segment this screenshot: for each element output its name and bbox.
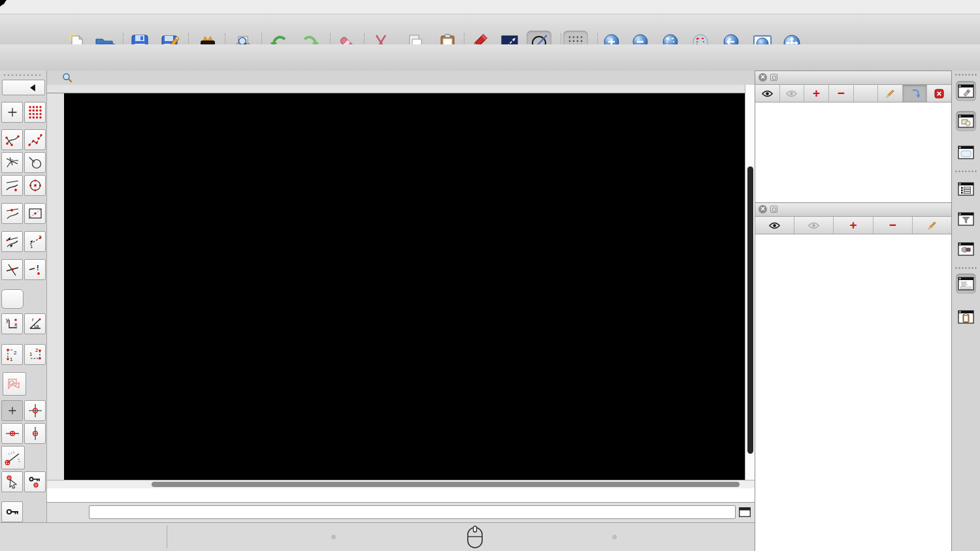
layers-close-icon[interactable]: ✕: [759, 205, 767, 213]
toggle-properties-panel-button[interactable]: [956, 81, 976, 101]
snap-extension-button[interactable]: !: [24, 259, 46, 280]
svg-text:1: 1: [29, 351, 33, 357]
status-dot-right: [612, 535, 617, 539]
palette-drag-handle[interactable]: [3, 73, 43, 77]
snap-auto-button[interactable]: [1, 289, 24, 309]
snap-divide-button[interactable]: [1, 231, 23, 252]
vertical-ruler-marker: [0, 0, 5, 7]
layers-add-button[interactable]: +: [834, 217, 873, 234]
snap-center-button[interactable]: [24, 175, 46, 196]
coord-polar-button[interactable]: ra: [24, 313, 46, 334]
layers-edit-button[interactable]: [913, 217, 951, 234]
toggle-command-panel-button[interactable]: [956, 274, 976, 294]
svg-text:x: x: [14, 321, 18, 328]
snap-to-shape-button[interactable]: [3, 372, 26, 396]
horizontal-scrollbar[interactable]: [47, 480, 755, 488]
layers-list: [755, 234, 951, 551]
menu-bar: [0, 0, 980, 14]
blocks-insert-button[interactable]: [903, 85, 928, 102]
svg-text:2: 2: [14, 350, 17, 356]
cursor-plain-button[interactable]: [1, 400, 23, 421]
layers-dock-icon[interactable]: [770, 206, 777, 213]
layers-show-button[interactable]: [755, 217, 794, 234]
blocks-close-icon[interactable]: ✕: [759, 73, 767, 82]
lock-button[interactable]: [1, 501, 23, 522]
blocks-panel: ✕ + −: [755, 71, 952, 202]
relative-polar-button[interactable]: 12: [24, 344, 46, 365]
vertical-scrollbar[interactable]: [745, 85, 755, 480]
canvas-zoom-icon: [62, 72, 73, 83]
vertical-scrollbar-thumb[interactable]: [747, 166, 753, 454]
track-horizontal-button[interactable]: [1, 423, 23, 444]
snap-endpoint-button[interactable]: [1, 129, 23, 150]
horizontal-ruler[interactable]: [47, 85, 745, 93]
blocks-panel-header: ✕: [755, 71, 951, 85]
lock-point-button[interactable]: [24, 471, 46, 492]
snap-point-button[interactable]: [1, 102, 23, 123]
track-angle-button[interactable]: [1, 446, 25, 469]
snap-sequence-button[interactable]: 12: [24, 231, 46, 252]
keypad-toggle-button[interactable]: [739, 507, 751, 520]
snap-palette: 12 ! yx ra 12 12: [0, 71, 47, 522]
snap-bounding-box-button[interactable]: [24, 203, 46, 224]
toggle-clipboard-panel-button[interactable]: [956, 307, 976, 327]
status-bar: [0, 522, 755, 551]
toggle-list-panel-button[interactable]: [956, 179, 976, 199]
blocks-delete-button[interactable]: [927, 85, 951, 102]
snap-intersection-button[interactable]: [1, 259, 23, 280]
layers-remove-button[interactable]: −: [874, 217, 913, 234]
collapse-left-icon: [29, 84, 37, 91]
strip-drag-handle[interactable]: [955, 73, 978, 76]
toggle-blocks-panel-button[interactable]: [956, 111, 976, 131]
pick-point-button[interactable]: [1, 471, 23, 492]
canvas-title-bar: [47, 71, 755, 85]
layers-panel: ✕ + −: [755, 202, 952, 551]
transform-toolbar: [0, 44, 980, 71]
cursor-crosshair-target-button[interactable]: [24, 400, 46, 421]
command-history-bar: [47, 488, 755, 503]
strip-separator-2: [955, 266, 978, 270]
drawing-canvas[interactable]: [64, 93, 745, 480]
svg-text:y: y: [6, 317, 9, 323]
snap-vertex-button[interactable]: [24, 129, 46, 150]
blocks-hide-button[interactable]: [780, 85, 805, 102]
status-dot-left: [331, 535, 336, 539]
main-toolbar: SVG: [0, 14, 980, 45]
toggle-preview-panel-button[interactable]: [956, 142, 976, 163]
snap-nearest-button[interactable]: [1, 175, 23, 196]
blocks-rename-button[interactable]: [854, 85, 879, 102]
svg-text:a: a: [36, 323, 39, 329]
blocks-panel-toolbar: + −: [755, 85, 951, 102]
horizontal-scrollbar-thumb[interactable]: [152, 482, 740, 487]
strip-separator-1: [955, 170, 978, 173]
snap-grid-button[interactable]: [24, 102, 46, 123]
layers-panel-toolbar: + −: [755, 217, 951, 234]
relative-coords-button[interactable]: 12: [1, 344, 23, 365]
blocks-edit-button[interactable]: [878, 85, 903, 102]
blocks-dock-icon[interactable]: [770, 74, 777, 81]
toggle-render-panel-button[interactable]: [956, 239, 976, 259]
toggle-filter-panel-button[interactable]: [956, 209, 976, 229]
coord-xy-button[interactable]: yx: [1, 313, 23, 334]
position-input-bar: [47, 503, 755, 522]
panel-toggle-strip: [952, 71, 980, 551]
svg-text:r: r: [32, 317, 34, 323]
position-input[interactable]: [89, 505, 736, 519]
svg-text:1: 1: [30, 244, 33, 249]
blocks-show-button[interactable]: [755, 85, 780, 102]
track-vertical-button[interactable]: [24, 423, 46, 444]
blocks-add-button[interactable]: +: [804, 85, 829, 102]
snap-on-object-button[interactable]: [1, 203, 23, 224]
mini-window-icon: [739, 507, 751, 517]
svg-text:1: 1: [10, 356, 13, 362]
svg-text:2: 2: [35, 347, 39, 353]
blocks-list: [755, 102, 951, 202]
layers-panel-header: ✕: [755, 203, 951, 217]
snap-intersection-curves-button[interactable]: [1, 152, 23, 173]
snap-tangent-button[interactable]: [24, 152, 46, 173]
mouse-icon: [466, 526, 483, 549]
blocks-remove-button[interactable]: −: [829, 85, 854, 102]
palette-collapse-button[interactable]: [2, 80, 45, 95]
layers-hide-button[interactable]: [794, 217, 834, 234]
vertical-ruler[interactable]: [47, 93, 64, 480]
